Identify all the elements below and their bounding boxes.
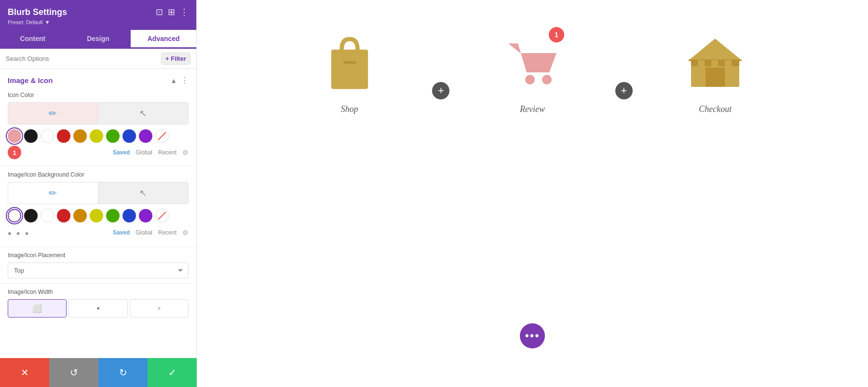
blurb-item-review: 1 Review xyxy=(499,29,566,114)
bg-swatch-white2[interactable] xyxy=(41,209,54,222)
undo-button[interactable]: ↺ xyxy=(49,358,98,387)
bg-color-gear-icon[interactable]: ⚙ xyxy=(182,229,189,236)
blurb-container: Shop + 1 Review + xyxy=(291,19,773,114)
width-options: ⬜ ▪ ▫ xyxy=(8,299,189,318)
bg-color-tab-global[interactable]: Global xyxy=(136,229,152,236)
store-icon xyxy=(686,36,744,89)
search-input[interactable] xyxy=(6,55,161,62)
blurb-item-shop: Shop xyxy=(316,29,383,114)
tab-advanced[interactable]: Advanced xyxy=(131,30,196,49)
save-button[interactable]: ✓ xyxy=(148,358,197,387)
svg-rect-10 xyxy=(705,60,711,66)
bg-swatch-yellow[interactable] xyxy=(90,209,103,222)
bg-color-right[interactable]: ↖ xyxy=(98,182,189,204)
cursor-icon: ↖ xyxy=(139,108,147,119)
placement-field: Image/Icon Placement Top Left Right Bott… xyxy=(0,249,196,281)
grid-icon[interactable]: ⊞ xyxy=(168,7,175,17)
swatch-green[interactable] xyxy=(106,129,120,143)
pen-icon: ✏ xyxy=(49,108,57,119)
width-icon-2: ▪ xyxy=(97,304,100,313)
cart-icon xyxy=(503,36,561,89)
swatch-orange[interactable] xyxy=(73,129,87,143)
svg-rect-5 xyxy=(705,68,725,87)
icon-color-label: Icon Color xyxy=(8,92,189,98)
swatch-red[interactable] xyxy=(57,129,70,143)
bg-color-picker: ✏ ↖ xyxy=(8,182,189,204)
bg-swatch-black[interactable] xyxy=(24,209,38,222)
blurb-item-checkout: Checkout xyxy=(681,29,749,114)
svg-point-3 xyxy=(542,75,552,84)
bg-swatch-red[interactable] xyxy=(57,209,70,222)
section-title: Image & Icon xyxy=(8,76,53,84)
swatch-none[interactable] xyxy=(155,129,169,143)
color-preview-right[interactable]: ↖ xyxy=(98,102,189,124)
bg-swatch-white[interactable] xyxy=(8,209,21,222)
sidebar-title: Blurb Settings xyxy=(8,7,67,17)
swatches-row-2 xyxy=(8,206,189,224)
review-icon-wrap: 1 xyxy=(499,29,566,97)
svg-rect-9 xyxy=(691,60,698,66)
swatches-row-1 xyxy=(8,126,189,145)
bg-swatch-purple[interactable] xyxy=(139,209,152,222)
width-option-3[interactable]: ▫ xyxy=(130,299,189,318)
main-content: Shop + 1 Review + xyxy=(197,0,868,387)
swatch-black[interactable] xyxy=(24,129,38,143)
checkout-label: Checkout xyxy=(699,104,732,114)
more-icon[interactable]: ⋮ xyxy=(180,7,189,17)
swatch-white[interactable] xyxy=(41,129,54,143)
tab-content[interactable]: Content xyxy=(0,30,66,49)
review-label: Review xyxy=(520,104,545,114)
sidebar-content: Image & Icon ▲ ⋮ Icon Color ✏ ↖ xyxy=(0,69,196,387)
bg-color-tab-recent[interactable]: Recent xyxy=(158,229,176,236)
bg-swatch-blue[interactable] xyxy=(122,209,136,222)
shop-label: Shop xyxy=(341,104,358,114)
bg-pen-icon: ✏ xyxy=(49,187,57,199)
bg-color-tab-saved[interactable]: Saved xyxy=(113,229,130,236)
bottom-toolbar: ✕ ↺ ↻ ✓ xyxy=(0,358,197,387)
placement-select[interactable]: Top Left Right Bottom xyxy=(8,263,189,278)
checkout-icon-wrap xyxy=(681,29,749,97)
color-tab-saved[interactable]: Saved xyxy=(113,149,130,156)
svg-rect-11 xyxy=(718,60,725,66)
width-field: Image/Icon Width ⬜ ▪ ▫ xyxy=(0,286,196,320)
expand-icon[interactable]: ⊡ xyxy=(156,7,163,17)
bg-swatch-green[interactable] xyxy=(106,209,120,222)
width-option-2[interactable]: ▪ xyxy=(68,299,127,318)
add-button-2[interactable]: + xyxy=(615,82,633,99)
bg-swatch-none[interactable] xyxy=(155,209,169,222)
swatch-purple[interactable] xyxy=(139,129,152,143)
tab-design[interactable]: Design xyxy=(66,30,131,49)
svg-marker-6 xyxy=(689,39,742,60)
color-preview-left[interactable]: ✏ xyxy=(8,102,98,124)
search-bar: + Filter xyxy=(0,49,196,69)
tabs: Content Design Advanced xyxy=(0,30,196,49)
header-icons: ⊡ ⊞ ⋮ xyxy=(156,7,189,17)
color-picker: ✏ ↖ xyxy=(8,102,189,124)
bg-swatch-orange[interactable] xyxy=(73,209,87,222)
color-tab-recent[interactable]: Recent xyxy=(158,149,176,156)
swatch-yellow[interactable] xyxy=(90,129,103,143)
redo-button[interactable]: ↻ xyxy=(98,358,148,387)
preset-label[interactable]: Preset: Default ▼ xyxy=(8,19,189,25)
color-tab-global[interactable]: Global xyxy=(136,149,152,156)
collapse-icon[interactable]: ▲ xyxy=(170,77,177,84)
swatch-pink[interactable] xyxy=(8,129,21,143)
svg-rect-1 xyxy=(343,61,356,64)
svg-rect-12 xyxy=(732,60,739,66)
notification-badge: 1 xyxy=(549,27,564,42)
swatch-blue[interactable] xyxy=(122,129,136,143)
add-button-1[interactable]: + xyxy=(432,82,449,99)
bg-color-left[interactable]: ✏ xyxy=(8,182,98,204)
section-header: Image & Icon ▲ ⋮ xyxy=(0,69,196,89)
color-badge[interactable]: 1 xyxy=(8,146,21,159)
filter-button[interactable]: + Filter xyxy=(161,53,190,65)
cancel-button[interactable]: ✕ xyxy=(0,358,49,387)
section-more-icon[interactable]: ⋮ xyxy=(181,76,189,85)
placement-label: Image/Icon Placement xyxy=(8,252,189,259)
color-gear-icon[interactable]: ⚙ xyxy=(182,149,189,156)
svg-point-2 xyxy=(525,75,535,84)
icon-color-field: Icon Color ✏ ↖ xyxy=(0,89,196,164)
floating-more-button[interactable]: ••• xyxy=(520,323,545,348)
width-option-1[interactable]: ⬜ xyxy=(8,299,67,318)
section-controls: ▲ ⋮ xyxy=(170,76,189,85)
